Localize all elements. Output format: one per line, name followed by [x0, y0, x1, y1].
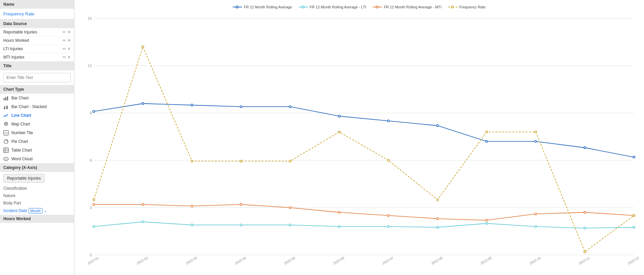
svg-point-56 — [142, 221, 144, 223]
category-section: Reportable Injuries Classification Natur… — [0, 172, 74, 215]
datasource-label: LTI Injuries — [3, 47, 23, 51]
svg-text:2022-08: 2022-08 — [431, 256, 443, 265]
svg-rect-3 — [4, 107, 5, 109]
pie-icon — [3, 139, 9, 144]
svg-rect-0 — [4, 98, 5, 100]
svg-point-86 — [436, 199, 438, 201]
svg-text:2022-09: 2022-09 — [480, 256, 493, 265]
edit-datasource-icon[interactable] — [63, 55, 66, 60]
chart-type-label: Pie Chart — [11, 139, 28, 144]
chart-type-label: Map Chart — [11, 122, 30, 126]
svg-point-60 — [338, 225, 340, 227]
chart-type-number[interactable]: 42 Number Tile — [0, 128, 74, 137]
category-nature[interactable]: Nature — [0, 192, 74, 199]
chart-type-pie[interactable]: Pie Chart — [0, 137, 74, 146]
chart-legend: FR 12 Month Rolling Average FR 12 Month … — [78, 3, 641, 12]
chart-type-label: Bar Chart — [11, 96, 28, 100]
svg-point-52 — [535, 141, 537, 143]
word-icon: Aa — [3, 156, 9, 162]
svg-rect-2 — [7, 96, 8, 100]
svg-point-83 — [289, 160, 291, 162]
datasource-item: Reportable Injuries — [0, 28, 74, 36]
legend-item: FR 12 Month Rolling Average — [233, 5, 292, 9]
legend-label: FR 12 Month Rolling Average - LTI — [310, 5, 366, 9]
category-incident-date[interactable]: Incident Date Month ⌄ — [0, 207, 74, 215]
remove-datasource-icon[interactable] — [67, 47, 71, 51]
chart-type-label: Line Chart — [11, 113, 31, 118]
chart-type-label: Bar Chart - Stacked — [11, 104, 47, 109]
datasource-item: Hours Worked — [0, 36, 74, 45]
title-input[interactable] — [3, 73, 71, 82]
data-sources-list: Reportable Injuries Hours Worked LTI Inj… — [0, 28, 74, 62]
category-tag: Reportable Injuries — [3, 174, 45, 183]
chevron-down-icon: ⌄ — [44, 208, 47, 213]
svg-point-61 — [387, 225, 389, 227]
svg-text:2022-07: 2022-07 — [381, 256, 394, 265]
chart-type-line[interactable]: Line Chart — [0, 111, 74, 120]
svg-point-75 — [486, 219, 488, 221]
svg-point-47 — [289, 106, 291, 108]
svg-point-48 — [338, 115, 340, 117]
edit-datasource-icon[interactable] — [63, 38, 66, 43]
svg-point-63 — [486, 222, 488, 224]
svg-rect-6 — [6, 105, 8, 107]
legend-item: Frequency Rate — [448, 5, 485, 9]
category-bodypart[interactable]: Body Part — [0, 199, 74, 207]
svg-point-82 — [240, 160, 242, 162]
chart-name-value: Frequency Rate — [0, 9, 74, 19]
datasource-label: MTI Injuries — [3, 55, 24, 60]
datasource-label: Hours Worked — [3, 38, 29, 43]
svg-text:2022-02: 2022-02 — [136, 256, 149, 265]
svg-point-53 — [584, 147, 586, 149]
svg-point-81 — [191, 160, 193, 162]
chart-type-bar[interactable]: Bar Chart — [0, 94, 74, 102]
remove-datasource-icon[interactable] — [67, 55, 71, 60]
chart-type-word[interactable]: Aa Word Cloud — [0, 155, 74, 163]
hours-worked-section-header: Hours Worked — [0, 215, 74, 223]
svg-point-79 — [93, 199, 95, 201]
table-icon — [3, 148, 9, 153]
svg-point-84 — [338, 131, 340, 133]
chart-type-bar-stacked[interactable]: Bar Chart - Stacked — [0, 102, 74, 111]
datasource-item: LTI Injuries — [0, 45, 74, 53]
svg-text:2022-04: 2022-04 — [234, 256, 247, 265]
main-content: FR 12 Month Rolling Average FR 12 Month … — [74, 0, 644, 275]
svg-point-85 — [387, 159, 389, 161]
svg-point-50 — [436, 125, 438, 127]
category-classification[interactable]: Classification — [0, 185, 74, 192]
svg-point-74 — [436, 218, 438, 220]
edit-datasource-icon[interactable] — [63, 30, 66, 34]
svg-text:12: 12 — [88, 64, 92, 68]
svg-point-88 — [535, 131, 537, 133]
svg-text:2022-11: 2022-11 — [578, 256, 591, 265]
svg-rect-13 — [4, 148, 8, 153]
svg-text:2022-12: 2022-12 — [627, 256, 640, 265]
remove-datasource-icon[interactable] — [67, 30, 71, 34]
svg-point-49 — [387, 120, 389, 122]
chart-container: 036912152022-012022-022022-032022-042022… — [78, 12, 641, 272]
svg-rect-4 — [4, 106, 5, 107]
chart-type-map[interactable]: Map Chart — [0, 120, 74, 128]
svg-text:15: 15 — [88, 16, 92, 20]
chart-type-table[interactable]: Table Chart — [0, 146, 74, 155]
svg-point-70 — [240, 203, 242, 205]
svg-text:6: 6 — [90, 158, 92, 162]
svg-point-89 — [584, 251, 586, 253]
month-badge[interactable]: Month — [28, 208, 43, 213]
remove-datasource-icon[interactable] — [67, 38, 71, 43]
svg-text:42: 42 — [5, 131, 8, 134]
edit-datasource-icon[interactable] — [63, 47, 66, 51]
bar-icon — [3, 95, 9, 101]
svg-point-73 — [387, 214, 389, 216]
svg-point-43 — [93, 110, 95, 112]
title-section-header: Title — [0, 62, 74, 70]
svg-point-90 — [633, 214, 635, 216]
svg-point-46 — [240, 106, 242, 108]
legend-item: FR 12 Month Rolling Average - LTI — [299, 5, 366, 9]
chart-type-label: Word Cloud — [11, 157, 32, 161]
svg-point-59 — [289, 224, 291, 226]
chart-type-label: Table Chart — [11, 148, 32, 153]
svg-point-72 — [338, 211, 340, 213]
svg-text:3: 3 — [90, 206, 92, 210]
svg-text:9: 9 — [90, 111, 92, 115]
